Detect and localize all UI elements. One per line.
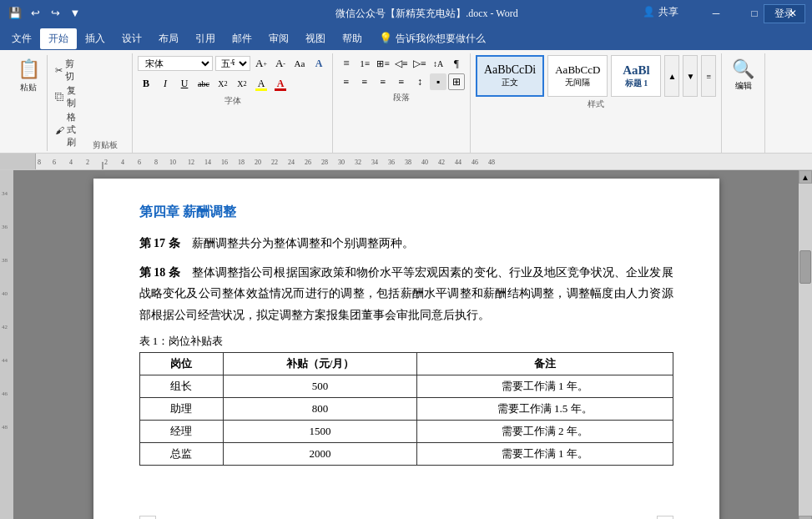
style-zhengwen[interactable]: AaBbCcDi 正文 <box>476 55 544 97</box>
borders-btn[interactable]: ⊞ <box>448 73 465 90</box>
superscript-btn[interactable]: X2 <box>234 75 250 92</box>
share-button[interactable]: 👤 共享 <box>634 0 687 23</box>
line-spacing-btn[interactable]: ↕ <box>411 73 428 90</box>
table-caption: 表 1：岗位补贴表 <box>139 334 673 349</box>
style-biaoti[interactable]: AaBl 标题 1 <box>611 55 661 97</box>
font-color-btn[interactable]: A <box>272 75 289 92</box>
svg-text:38: 38 <box>2 257 8 264</box>
menu-design[interactable]: 设计 <box>113 28 150 49</box>
format-painter-button[interactable]: 🖌 格式刷 <box>53 110 78 149</box>
shrink-font-btn[interactable]: A- <box>272 55 289 72</box>
menu-bar: 文件 开始 插入 设计 布局 引用 邮件 审阅 视图 帮助 💡 告诉我你想要做什… <box>0 27 812 50</box>
numbering-btn[interactable]: 1≡ <box>356 55 373 72</box>
bullets-btn[interactable]: ≡ <box>338 55 355 72</box>
font-color-highlight-btn[interactable]: A <box>253 75 270 92</box>
svg-text:2: 2 <box>104 159 108 166</box>
customize-quick-btn[interactable]: ▼ <box>67 5 83 22</box>
style-biaoti-label: 标题 1 <box>625 78 648 89</box>
font-name-select[interactable]: 宋体 <box>138 56 213 71</box>
article-17-spacer <box>183 237 189 249</box>
redo-quick-btn[interactable]: ↪ <box>47 5 63 22</box>
svg-text:18: 18 <box>238 159 245 166</box>
save-quick-btn[interactable]: 💾 <box>7 5 23 22</box>
svg-text:4: 4 <box>121 159 124 166</box>
scroll-up-arrow[interactable]: ▲ <box>799 170 812 184</box>
show-marks-btn[interactable]: ¶ <box>448 55 465 72</box>
menu-references[interactable]: 引用 <box>187 28 224 49</box>
italic-btn[interactable]: I <box>157 75 174 92</box>
footer-left-mark <box>139 516 156 519</box>
menu-insert[interactable]: 插入 <box>77 28 113 49</box>
col-header-position: 岗位 <box>139 352 224 375</box>
search-icon: 🔍 <box>732 58 754 80</box>
minimize-button[interactable]: ─ <box>697 0 735 27</box>
menu-layout[interactable]: 布局 <box>150 28 187 49</box>
shading-btn[interactable]: ▪ <box>430 73 446 90</box>
strikethrough-btn[interactable]: abc <box>195 75 212 92</box>
menu-home[interactable]: 开始 <box>40 28 77 49</box>
styles-gallery: AaBbCcDi 正文 AaBbCcD 无间隔 AaBl 标题 1 ▲ ▼ ≡ <box>476 55 716 97</box>
undo-quick-btn[interactable]: ↩ <box>27 5 43 22</box>
styles-scroll-up[interactable]: ▲ <box>664 55 679 97</box>
cell-notes-4: 需要工作满 1 年。 <box>416 442 673 465</box>
cut-button[interactable]: ✂ 剪切 <box>53 57 78 83</box>
decrease-indent-btn[interactable]: ◁≡ <box>393 55 410 72</box>
document-scroll-area[interactable]: 第四章 薪酬调整 第 17 条 薪酬调整共分为整体调整和个别调整两种。 第 18… <box>13 170 799 519</box>
scroll-track[interactable] <box>799 184 812 516</box>
article-18-spacer <box>183 266 189 279</box>
chapter-title: 第四章 薪酬调整 <box>139 204 673 221</box>
style-zhengwen-preview: AaBbCcDi <box>484 63 536 77</box>
multilevel-btn[interactable]: ⊞≡ <box>375 55 391 72</box>
bold-btn[interactable]: B <box>138 75 154 92</box>
paste-button[interactable]: 📋 粘贴 <box>13 57 43 95</box>
cut-label: 剪切 <box>65 58 76 83</box>
align-right-btn[interactable]: ≡ <box>375 73 391 90</box>
menu-mailings[interactable]: 邮件 <box>224 28 260 49</box>
find-button[interactable]: 🔍 编辑 <box>727 55 759 95</box>
grow-font-btn[interactable]: A+ <box>253 55 270 72</box>
justify-btn[interactable]: ≡ <box>393 73 410 90</box>
menu-file[interactable]: 文件 <box>3 28 40 49</box>
svg-text:42: 42 <box>438 159 445 166</box>
paste-icon: 📋 <box>18 58 40 80</box>
col-header-subsidy: 补贴（元/月） <box>224 352 416 375</box>
ruler-left-margin <box>0 154 36 169</box>
styles-scroll-down[interactable]: ▼ <box>683 55 698 97</box>
styles-group: AaBbCcDi 正文 AaBbCcD 无间隔 AaBl 标题 1 ▲ ▼ ≡ … <box>472 53 722 153</box>
title-bar: 💾 ↩ ↪ ▼ 微信公众号【新精英充电站】.docx - Word 登录 ─ □… <box>0 0 812 27</box>
table-header-row: 岗位 补贴（元/月） 备注 <box>139 352 673 375</box>
cell-position-2: 助理 <box>139 397 224 420</box>
menu-help[interactable]: 帮助 <box>334 28 371 49</box>
restore-button[interactable]: □ <box>735 0 774 27</box>
share-label: 共享 <box>658 5 678 19</box>
scroll-thumb[interactable] <box>799 250 811 284</box>
increase-indent-btn[interactable]: ▷≡ <box>411 55 428 72</box>
sort-btn[interactable]: ↕A <box>430 55 446 72</box>
menu-tell-me[interactable]: 💡 告诉我你想要做什么 <box>371 28 494 49</box>
svg-text:46: 46 <box>472 159 478 166</box>
change-case-btn[interactable]: Aa <box>291 55 308 72</box>
clipboard-label: 剪贴板 <box>93 139 118 151</box>
subscript-btn[interactable]: X2 <box>214 75 231 92</box>
svg-text:46: 46 <box>2 391 8 397</box>
format-painter-icon: 🖌 <box>55 125 64 135</box>
menu-view[interactable]: 视图 <box>297 28 334 49</box>
underline-btn[interactable]: U <box>176 75 193 92</box>
svg-text:14: 14 <box>204 159 211 166</box>
style-wujian[interactable]: AaBbCcD 无间隔 <box>547 55 608 97</box>
clear-format-btn[interactable]: A <box>310 55 327 72</box>
align-center-btn[interactable]: ≡ <box>356 73 373 90</box>
align-left-btn[interactable]: ≡ <box>338 73 355 90</box>
scroll-down-arrow[interactable]: ▼ <box>799 516 812 519</box>
window-controls: ─ □ ✕ <box>697 0 812 27</box>
close-button[interactable]: ✕ <box>774 0 812 27</box>
paragraph-group: ≡ 1≡ ⊞≡ ◁≡ ▷≡ ↕A ¶ ≡ ≡ ≡ ≡ ↕ ▪ ⊞ <box>335 53 471 153</box>
menu-review[interactable]: 审阅 <box>260 28 297 49</box>
col-header-notes: 备注 <box>416 352 673 375</box>
cell-position-3: 经理 <box>139 420 224 442</box>
copy-button[interactable]: ⿻ 复制 <box>53 83 78 110</box>
svg-text:48: 48 <box>488 159 495 166</box>
cell-subsidy-3: 1500 <box>224 420 416 442</box>
font-size-select[interactable]: 五号 <box>215 56 250 71</box>
styles-expand[interactable]: ≡ <box>701 55 716 97</box>
